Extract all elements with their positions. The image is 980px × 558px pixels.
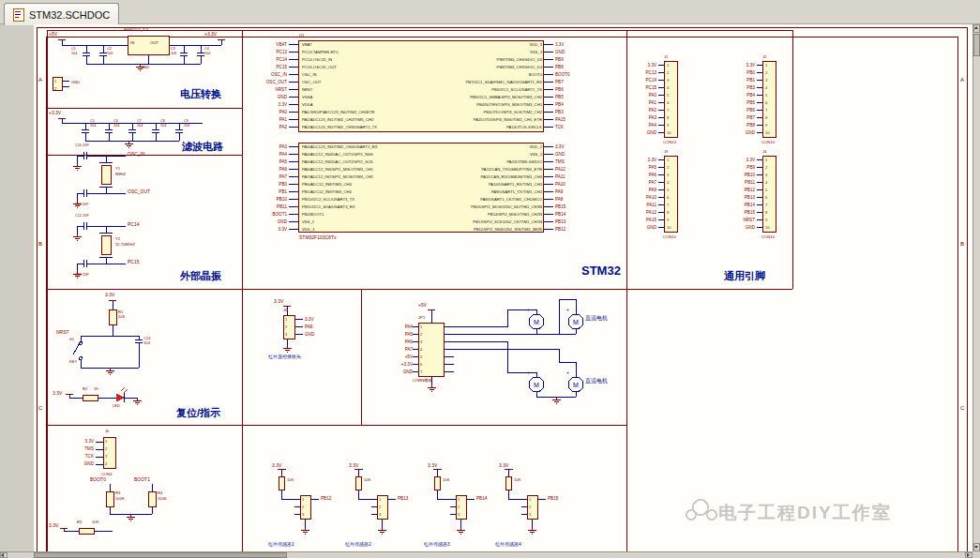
net-label[interactable]: PC15 (128, 260, 140, 265)
regulator-part-label[interactable]: ASM1117_3.3 (124, 28, 148, 33)
net-label-column[interactable]: VBAT PC13 PC14 PC15 OSC_IN OSC_OUT NRST … (246, 41, 287, 131)
gnd-symbol[interactable] (283, 345, 292, 354)
capacitor[interactable]: C2 106 (107, 47, 122, 55)
boot-config-circuit[interactable] (60, 484, 156, 534)
net-label[interactable]: PB12 (321, 495, 331, 503)
connector-net-labels[interactable]: 3.3V PB9 PB10 PB11 PB12 PB13 PB14 PB15 N… (727, 157, 755, 232)
gnd-symbol[interactable] (552, 397, 561, 405)
connector-net-labels[interactable]: 3.3V TMS TCK GND (60, 438, 94, 468)
net-label-column[interactable]: 3.3V GND PB9 PB8 BOOT0 PB7 PB6 PB5 PB4 P… (555, 41, 570, 131)
filter-capacitor-circuit[interactable] (58, 118, 203, 141)
vertical-scrollbar[interactable] (972, 24, 980, 551)
capacitor[interactable]: C4 104 (204, 47, 219, 55)
capacitor[interactable]: C5 104 (90, 119, 105, 128)
pin-header-connector[interactable]: J3 3.3V PA5 PA6 PA7 PA9 PA10 PA11 PA12 P… (628, 150, 688, 244)
power-net-label[interactable]: 3.3V (349, 463, 358, 469)
reset-led-circuit[interactable] (66, 300, 143, 402)
power-net-label[interactable]: +3.3V (204, 32, 217, 38)
gnd-symbol[interactable] (378, 527, 386, 535)
power-net-label[interactable]: 3.3V (105, 293, 114, 298)
power-net-label[interactable]: 3.3V (53, 391, 62, 397)
resistor-body[interactable] (355, 476, 362, 490)
section-caption[interactable]: 复位/指示 (176, 407, 220, 419)
horizontal-scroll-thumb[interactable] (34, 552, 287, 558)
net-label[interactable]: PB14 (476, 495, 487, 503)
gnd-symbol[interactable] (73, 271, 82, 279)
tab-stm32-schdoc[interactable]: STM32.SCHDOC (4, 3, 119, 25)
net-label[interactable]: OSC_IN (128, 152, 145, 158)
capacitor[interactable]: C6 104 (113, 119, 128, 128)
pin-header-connector[interactable]: J2 3.3V PB0 PB1 PB3 PB4 PB5 PB6 PB7 PB8 … (727, 55, 787, 149)
pin-header-connector[interactable]: J4 3.3V PB9 PB10 PB11 PB12 PB13 PB14 PB1… (727, 150, 787, 244)
net-label-column[interactable]: 3.3V GND TMS PA12 PA11 PA10 PA9 PA8 PB15… (555, 143, 565, 234)
ir-sensor-circuit[interactable]: 3.3V 10K 1 2 3 PB13 红外传感器2 (345, 463, 409, 550)
scroll-up-arrow-icon[interactable] (973, 24, 980, 33)
net-label-column[interactable]: PA3 PA4 PA5 PA6 PA7 PB0 PB1 PB10 PB11 BO… (246, 143, 287, 234)
resistor-body[interactable] (505, 476, 512, 490)
net-label[interactable]: NRST (56, 330, 69, 336)
section-caption[interactable]: L298N模块 (413, 379, 432, 384)
section-caption[interactable]: 通用引脚 (724, 270, 765, 282)
net-label[interactable]: PB15 (548, 495, 558, 503)
section-caption[interactable]: 红外传感器4 (495, 542, 521, 548)
net-label[interactable]: PB13 (398, 495, 408, 503)
capacitor[interactable]: C8 104 (160, 119, 175, 128)
gnd-symbol[interactable] (125, 141, 133, 149)
net-label[interactable]: OSC_OUT (128, 189, 150, 195)
schematic-sheet[interactable]: M M M M + + + + ABC ABC +5 (34, 24, 972, 551)
resistor-body[interactable] (434, 476, 441, 490)
scroll-right-arrow-icon[interactable] (965, 552, 972, 558)
section-caption[interactable]: 红外传感器2 (345, 542, 371, 548)
connector-net-labels[interactable]: 3.3V PC13 PC14 PC15 PA0 PA1 PA2 PA3 PA4 … (628, 62, 656, 137)
capacitor[interactable]: C1 104 (71, 47, 86, 55)
power-net-label[interactable]: 3.3V (274, 299, 283, 305)
power-net-label[interactable]: 3.3V (499, 463, 508, 469)
gnd-symbol[interactable] (127, 514, 135, 522)
power-net-label[interactable]: 3.3V (49, 523, 58, 529)
power-net-label[interactable]: 3.3V (428, 463, 437, 469)
motor-letter: M (534, 382, 539, 388)
gnd-symbol[interactable] (133, 398, 142, 406)
scroll-left-arrow-icon[interactable] (0, 552, 8, 558)
net-label[interactable]: BOOT0 (90, 477, 106, 483)
vertical-scroll-thumb[interactable] (973, 34, 980, 56)
resistor-body[interactable] (279, 476, 285, 490)
connector-net-labels[interactable]: 3.3V PA5 PA6 PA7 PA9 PA10 PA11 PA12 PA15… (628, 157, 656, 232)
gnd-text-label[interactable]: GND (71, 81, 80, 85)
capacitor[interactable]: C3 106 (171, 47, 186, 55)
gnd-symbol[interactable] (106, 368, 114, 376)
ir-sensor-circuit[interactable]: 3.3V 10K 1 2 3 PB12 红外传感器1 (268, 463, 332, 550)
power-net-label[interactable]: +5V (418, 303, 427, 309)
scroll-down-arrow-icon[interactable] (973, 543, 980, 551)
net-label[interactable]: BOOT1 (134, 477, 150, 483)
power-net-label[interactable]: +3.3V (49, 111, 61, 116)
gnd-symbol[interactable] (136, 64, 144, 72)
section-caption[interactable]: 电压转换 (180, 88, 221, 100)
power-net-label[interactable]: 3.3V (272, 463, 281, 469)
ir-sensor-circuit[interactable]: 3.3V 10K 1 2 3 PB15 红外传感器4 (495, 463, 559, 550)
section-caption[interactable]: 外部晶振 (180, 270, 221, 282)
section-caption[interactable]: 红外遥控接收头 (268, 354, 301, 360)
power-net-label[interactable]: +5V (49, 32, 57, 38)
ir-sensor-circuit[interactable]: 3.3V 10K 1 2 3 PB14 红外传感器3 (424, 463, 488, 550)
gnd-symbol[interactable] (528, 527, 536, 535)
section-caption[interactable]: 红外传感器1 (268, 542, 294, 548)
gnd-symbol[interactable] (457, 527, 465, 535)
gnd-symbol[interactable] (73, 201, 82, 209)
connector-net-labels[interactable]: 3.3V PA8 GND (305, 316, 314, 339)
net-label[interactable]: PC14 (128, 222, 140, 228)
section-caption[interactable]: STM32 (581, 264, 621, 279)
gnd-symbol[interactable] (73, 163, 82, 172)
capacitor[interactable]: C9 106 (184, 119, 199, 128)
section-caption[interactable]: 红外传感器3 (424, 542, 450, 548)
connector-net-labels[interactable]: 3.3V PB0 PB1 PB3 PB4 PB5 PB6 PB7 PB8 GND (727, 62, 755, 137)
section-caption[interactable]: 滤波电路 (182, 141, 223, 153)
horizontal-scrollbar[interactable] (0, 551, 972, 558)
gnd-symbol[interactable] (73, 234, 82, 242)
gnd-symbol[interactable] (428, 385, 436, 393)
connector-pin-wires (96, 442, 103, 466)
pin-header-connector[interactable]: J1 3.3V PC13 PC14 PC15 PA0 PA1 PA2 PA3 P… (628, 55, 688, 149)
capacitor[interactable]: C7 104 (137, 119, 152, 128)
gnd-symbol[interactable] (301, 527, 309, 535)
connector-net-labels[interactable]: PA4 PA5 PA6 PA7 +5V +3.3V GND (383, 324, 413, 376)
